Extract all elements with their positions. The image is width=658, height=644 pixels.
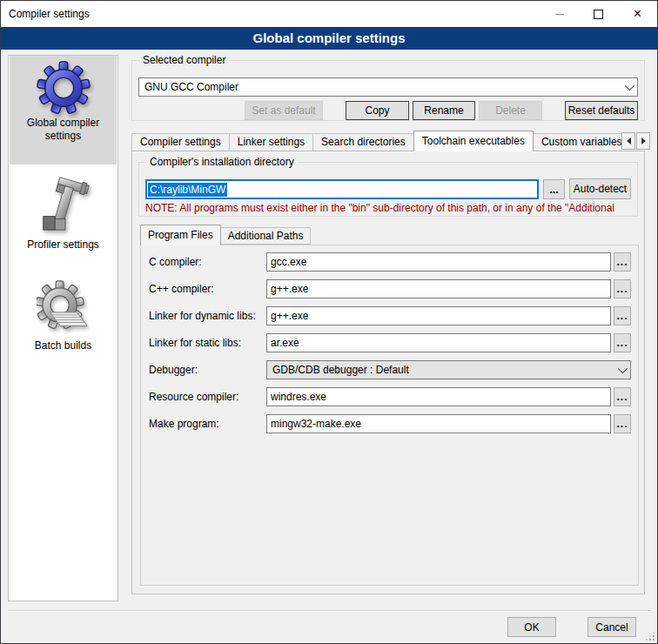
form-row-debugger: Debugger: GDB/CDB debugger : Default [140, 360, 639, 379]
cpp-compiler-label: C++ compiler: [149, 279, 214, 299]
title-bar: Compiler settings × [1, 1, 657, 27]
debugger-label: Debugger: [149, 360, 198, 379]
resource-compiler-browse-button[interactable]: ... [614, 387, 631, 406]
compiler-select[interactable]: GNU GCC Compiler [138, 77, 638, 97]
blue-gear-icon [37, 61, 91, 115]
make-program-input[interactable] [266, 414, 611, 433]
ok-button[interactable]: OK [507, 617, 556, 637]
close-button[interactable]: × [618, 1, 657, 27]
linker-dynamic-label: Linker for dynamic libs: [149, 306, 256, 325]
page-title: Global compiler settings [1, 27, 657, 50]
tab-toolchain-executables[interactable]: Toolchain executables [413, 131, 534, 151]
tab-additional-paths[interactable]: Additional Paths [220, 227, 312, 245]
sidebar-item-label: Global compiler settings [10, 117, 117, 143]
make-program-label: Make program: [149, 414, 219, 433]
tab-scroll-right-button[interactable] [636, 132, 650, 150]
bin-subdirectory-note: NOTE: All programs must exist either in … [145, 202, 636, 215]
selected-compiler-legend: Selected compiler [139, 54, 229, 66]
c-compiler-input[interactable] [266, 252, 611, 272]
sidebar-item-profiler-settings[interactable]: Profiler settings [10, 171, 117, 265]
chevron-down-icon [625, 81, 634, 91]
settings-tab-bar: Compiler settings Linker settings Search… [131, 131, 621, 151]
sidebar-item-batch-builds[interactable]: Batch builds [10, 275, 117, 372]
reset-defaults-button[interactable]: Reset defaults [565, 101, 638, 120]
linker-static-browse-button[interactable]: ... [614, 333, 631, 352]
window-controls: × [540, 1, 657, 27]
debugger-select[interactable]: GDB/CDB debugger : Default [266, 360, 631, 379]
installation-directory-input[interactable]: C:\raylib\MinGW [145, 179, 539, 199]
settings-sidebar: Global compiler settings Profiler se [8, 55, 118, 601]
form-row-linker-dynamic: Linker for dynamic libs: ... [140, 306, 639, 325]
resize-grip[interactable] [646, 632, 648, 634]
set-as-default-button[interactable]: Set as default [245, 101, 323, 120]
caliper-icon [37, 176, 91, 237]
cpp-compiler-browse-button[interactable]: ... [614, 279, 631, 299]
resource-compiler-label: Resource compiler: [149, 387, 238, 406]
form-row-resource-compiler: Resource compiler: ... [140, 387, 639, 406]
tab-program-files[interactable]: Program Files [140, 225, 221, 245]
sidebar-item-label: Profiler settings [10, 238, 117, 252]
form-row-make-program: Make program: ... [140, 414, 639, 433]
rename-button[interactable]: Rename [413, 101, 475, 120]
tab-linker-settings[interactable]: Linker settings [229, 133, 313, 151]
form-row-linker-static: Linker for static libs: ... [140, 333, 639, 352]
minimize-icon [555, 14, 564, 15]
linker-static-input[interactable] [266, 333, 611, 352]
gear-stack-icon [37, 280, 91, 338]
minimize-button[interactable] [540, 1, 579, 27]
footer-divider [8, 610, 650, 612]
window-title: Compiler settings [9, 8, 90, 20]
installation-directory-value: C:\raylib\MinGW [148, 183, 227, 197]
tab-search-directories[interactable]: Search directories [312, 133, 414, 151]
linker-static-label: Linker for static libs: [149, 333, 241, 352]
installation-directory-legend: Compiler's installation directory [146, 156, 298, 168]
linker-dynamic-browse-button[interactable]: ... [614, 306, 631, 325]
form-row-c-compiler: C compiler: ... [140, 252, 639, 272]
compiler-settings-window: Compiler settings × Global compiler sett… [0, 0, 658, 644]
chevron-down-icon [618, 364, 628, 373]
arrow-right-icon [641, 138, 649, 144]
form-row-cpp-compiler: C++ compiler: ... [140, 279, 639, 299]
sidebar-item-global-compiler-settings[interactable]: Global compiler settings [10, 56, 117, 164]
installation-directory-browse-button[interactable]: ... [543, 179, 565, 199]
debugger-select-value: GDB/CDB debugger : Default [272, 364, 409, 376]
cancel-button[interactable]: Cancel [588, 617, 636, 637]
sidebar-item-label: Batch builds [10, 339, 117, 352]
close-icon: × [634, 7, 641, 21]
maximize-button[interactable] [579, 1, 618, 27]
arrow-left-icon [623, 138, 631, 144]
tab-scroll-left-button[interactable] [621, 132, 635, 150]
cpp-compiler-input[interactable] [266, 279, 611, 299]
resource-compiler-input[interactable] [266, 387, 611, 406]
maximize-icon [594, 10, 603, 19]
auto-detect-button[interactable]: Auto-detect [569, 178, 631, 199]
make-program-browse-button[interactable]: ... [614, 414, 631, 433]
c-compiler-browse-button[interactable]: ... [614, 252, 631, 272]
c-compiler-label: C compiler: [149, 252, 202, 272]
compiler-select-value: GNU GCC Compiler [144, 81, 238, 93]
copy-button[interactable]: Copy [346, 101, 409, 120]
tab-custom-variables[interactable]: Custom variables [533, 133, 621, 151]
linker-dynamic-input[interactable] [266, 306, 611, 325]
program-files-tab-bar: Program Files Additional Paths [140, 225, 310, 245]
tab-compiler-settings[interactable]: Compiler settings [131, 133, 230, 151]
delete-button[interactable]: Delete [479, 101, 542, 120]
